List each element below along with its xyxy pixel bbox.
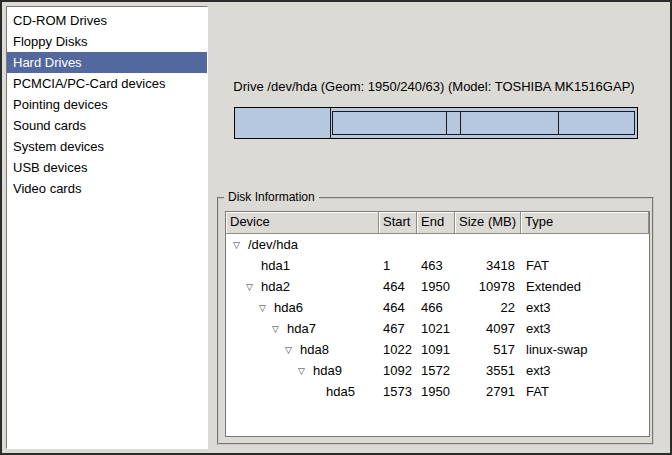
device-name: hda2 <box>261 279 290 294</box>
device-category-list: CD-ROM DrivesFloppy DisksHard DrivesPCMC… <box>6 6 208 449</box>
type-cell: FAT <box>521 381 649 402</box>
type-cell: ext3 <box>521 318 649 339</box>
device-name: /dev/hda <box>248 237 298 252</box>
table-row-hda7[interactable]: ▽hda746710214097ext3 <box>226 318 649 339</box>
sidebar-item-pcmcia-pc-card-devices[interactable]: PCMCIA/PC-Card devices <box>7 73 207 94</box>
sidebar-item-cd-rom-drives[interactable]: CD-ROM Drives <box>7 10 207 31</box>
end-cell: 466 <box>417 297 455 318</box>
sidebar-item-hard-drives[interactable]: Hard Drives <box>7 52 207 73</box>
hardware-browser-window: CD-ROM DrivesFloppy DisksHard DrivesPCMC… <box>0 0 672 455</box>
device-name: hda5 <box>326 384 355 399</box>
type-cell: FAT <box>521 255 649 276</box>
drive-title: Drive /dev/hda (Geom: 1950/240/63) (Mode… <box>210 79 658 94</box>
table-row-dev-hda[interactable]: ▽/dev/hda <box>226 234 649 255</box>
start-cell: 1092 <box>379 360 417 381</box>
table-row-hda1[interactable]: hda114633418FAT <box>226 255 649 276</box>
expander-icon[interactable]: ▽ <box>233 235 248 255</box>
sidebar-item-usb-devices[interactable]: USB devices <box>7 157 207 178</box>
table-row-hda2[interactable]: ▽hda2464195010978Extended <box>226 276 649 297</box>
disk-information-frame: Disk Information DeviceStartEndSize (MB)… <box>217 197 654 445</box>
expander-icon[interactable]: ▽ <box>298 361 313 381</box>
column-header-type[interactable]: Type <box>521 212 649 234</box>
end-cell: 1091 <box>417 339 455 360</box>
column-header-size-mb[interactable]: Size (MB) <box>455 212 521 234</box>
size-cell: 517 <box>455 339 521 360</box>
device-name: hda7 <box>287 321 316 336</box>
device-name: hda6 <box>274 300 303 315</box>
expander-icon[interactable]: ▽ <box>285 340 300 360</box>
column-header-start[interactable]: Start <box>379 212 417 234</box>
primary-partition-divider <box>330 108 331 138</box>
start-cell: 1022 <box>379 339 417 360</box>
start-cell: 464 <box>379 297 417 318</box>
type-cell <box>521 234 649 255</box>
device-name: hda1 <box>261 258 290 273</box>
disk-table-header: DeviceStartEndSize (MB)Type <box>226 212 649 234</box>
start-cell: 467 <box>379 318 417 339</box>
size-cell <box>455 234 521 255</box>
sidebar-item-system-devices[interactable]: System devices <box>7 136 207 157</box>
disk-information-label: Disk Information <box>224 190 319 204</box>
type-cell: ext3 <box>521 297 649 318</box>
partition-bar <box>234 107 638 139</box>
sidebar-item-floppy-disks[interactable]: Floppy Disks <box>7 31 207 52</box>
size-cell: 3551 <box>455 360 521 381</box>
end-cell <box>417 234 455 255</box>
size-cell: 2791 <box>455 381 521 402</box>
end-cell: 1021 <box>417 318 455 339</box>
type-cell: linux-swap <box>521 339 649 360</box>
table-row-hda8[interactable]: ▽hda810221091517linux-swap <box>226 339 649 360</box>
logical-partition-divider <box>446 112 447 134</box>
sidebar-item-pointing-devices[interactable]: Pointing devices <box>7 94 207 115</box>
type-cell: Extended <box>521 276 649 297</box>
expander-icon[interactable]: ▽ <box>272 319 287 339</box>
extended-partition-outline <box>332 111 635 135</box>
device-name: hda9 <box>313 363 342 378</box>
start-cell: 1573 <box>379 381 417 402</box>
type-cell: ext3 <box>521 360 649 381</box>
device-name: hda8 <box>300 342 329 357</box>
size-cell: 3418 <box>455 255 521 276</box>
table-row-hda6[interactable]: ▽hda646446622ext3 <box>226 297 649 318</box>
expander-icon[interactable]: ▽ <box>259 298 274 318</box>
sidebar-item-video-cards[interactable]: Video cards <box>7 178 207 199</box>
size-cell: 4097 <box>455 318 521 339</box>
logical-partition-divider <box>460 112 461 134</box>
expander-icon[interactable]: ▽ <box>246 277 261 297</box>
column-header-device[interactable]: Device <box>226 212 379 234</box>
disk-table-body: ▽/dev/hdahda114633418FAT▽hda246419501097… <box>226 234 649 402</box>
table-row-hda9[interactable]: ▽hda9109215723551ext3 <box>226 360 649 381</box>
start-cell: 1 <box>379 255 417 276</box>
end-cell: 463 <box>417 255 455 276</box>
size-cell: 10978 <box>455 276 521 297</box>
column-header-end[interactable]: End <box>417 212 455 234</box>
size-cell: 22 <box>455 297 521 318</box>
sidebar-item-sound-cards[interactable]: Sound cards <box>7 115 207 136</box>
table-row-hda5[interactable]: hda5157319502791FAT <box>226 381 649 402</box>
start-cell <box>379 234 417 255</box>
end-cell: 1572 <box>417 360 455 381</box>
end-cell: 1950 <box>417 276 455 297</box>
disk-table: DeviceStartEndSize (MB)Type ▽/dev/hdahda… <box>225 211 650 437</box>
end-cell: 1950 <box>417 381 455 402</box>
logical-partition-divider <box>558 112 559 134</box>
start-cell: 464 <box>379 276 417 297</box>
